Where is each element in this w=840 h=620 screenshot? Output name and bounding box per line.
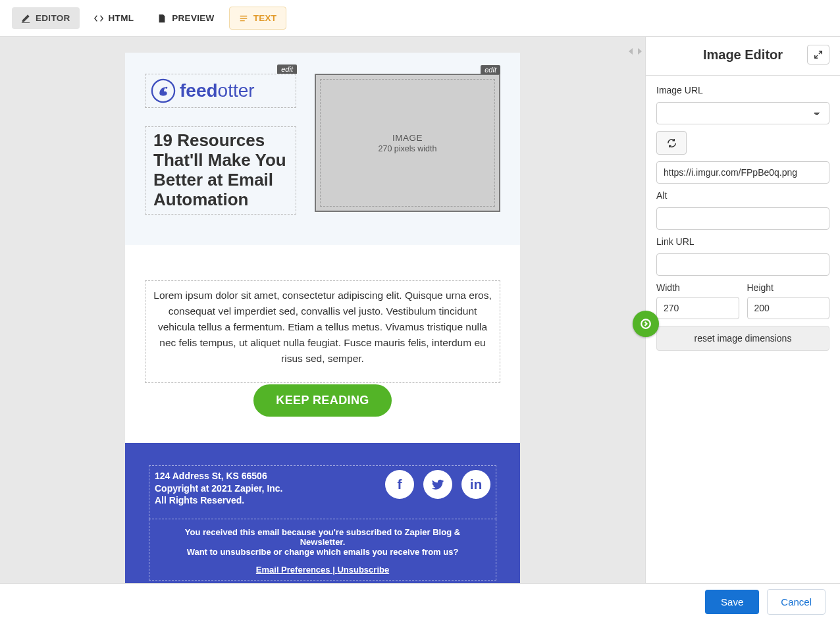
preview-tab[interactable]: PREVIEW [148, 7, 223, 29]
footer-line3: All Rights Reserved. [155, 494, 283, 507]
link-url-label: Link URL [656, 236, 829, 247]
width-label: Width [656, 282, 739, 293]
file-icon [157, 14, 167, 23]
image-placeholder-label: IMAGE [392, 133, 423, 143]
editor-tab-label: EDITOR [36, 13, 70, 23]
hero-section: edit feedotter 19 Resources That'll Make… [125, 53, 520, 245]
footer-line2: Copyright at 2021 Zapier, Inc. [155, 482, 283, 495]
edit-icon [21, 14, 30, 23]
image-url-label: Image URL [656, 85, 829, 95]
side-panel-header: Image Editor [646, 37, 840, 76]
svg-point-1 [165, 87, 167, 89]
email-template: edit feedotter 19 Resources That'll Make… [125, 53, 520, 583]
logo-text: feedotter [180, 80, 255, 101]
preview-tab-label: PREVIEW [172, 13, 214, 23]
text-tab-label: TEXT [253, 13, 277, 23]
link-url-input[interactable] [656, 253, 829, 276]
body-text-block[interactable]: Lorem ipsum dolor sit amet, consectetur … [145, 280, 500, 383]
top-toolbar: EDITOR HTML PREVIEW TEXT [0, 0, 840, 37]
social-icons: f in [385, 470, 490, 499]
headline-block[interactable]: 19 Resources That'll Make You Better at … [145, 126, 296, 215]
footer-message-block[interactable]: You received this email because you're s… [149, 519, 496, 581]
cta-button[interactable]: KEEP READING [253, 384, 392, 417]
text-tab[interactable]: TEXT [229, 7, 287, 30]
width-input[interactable] [656, 297, 739, 319]
resize-handle-icon[interactable] [627, 43, 643, 59]
logo-icon [151, 78, 176, 103]
editor-tab[interactable]: EDITOR [12, 7, 80, 29]
expand-icon [814, 50, 823, 59]
footer-msg1: You received this email because you're s… [163, 527, 483, 547]
image-placeholder-sub: 270 pixels width [379, 144, 437, 153]
body-section: Lorem ipsum dolor sit amet, consectetur … [125, 245, 520, 443]
unsubscribe-link[interactable]: Unsubscribe [337, 565, 389, 575]
alt-input[interactable] [656, 207, 829, 230]
expand-button[interactable] [807, 45, 829, 65]
reset-dimensions-button[interactable]: reset image dimensions [656, 326, 829, 351]
logo-block[interactable]: edit feedotter [145, 74, 296, 108]
headline-text: 19 Resources That'll Make You Better at … [149, 130, 292, 211]
facebook-icon[interactable]: f [385, 470, 414, 499]
refresh-button[interactable] [656, 131, 687, 155]
canvas-scroll[interactable]: edit feedotter 19 Resources That'll Make… [0, 37, 645, 583]
linkedin-icon[interactable]: in [461, 470, 490, 499]
footer-address: 124 Address St, KS 66506 Copyright at 20… [155, 470, 283, 507]
edit-tag: edit [481, 65, 500, 74]
code-icon [94, 14, 103, 23]
html-tab[interactable]: HTML [85, 7, 144, 29]
alt-label: Alt [656, 190, 829, 201]
image-placeholder[interactable]: edit IMAGE 270 pixels width [315, 74, 500, 212]
footer-link-sep: | [330, 565, 338, 575]
text-icon [239, 14, 248, 23]
height-input[interactable] [747, 297, 830, 319]
height-label: Height [747, 282, 830, 293]
edit-tag: edit [277, 65, 297, 74]
side-panel-title: Image Editor [679, 47, 807, 63]
refresh-icon [667, 138, 677, 148]
footer-top-row[interactable]: 124 Address St, KS 66506 Copyright at 20… [149, 465, 496, 520]
footer-section: 124 Address St, KS 66506 Copyright at 20… [125, 443, 520, 583]
image-url-input[interactable] [656, 161, 829, 184]
panel-toggle-button[interactable] [633, 311, 659, 337]
footer-msg2: Want to unsubscribe or change which emai… [163, 547, 483, 557]
image-url-select[interactable] [656, 102, 829, 124]
save-button[interactable]: Save [705, 590, 759, 614]
cancel-button[interactable]: Cancel [767, 589, 826, 615]
twitter-icon[interactable] [423, 470, 452, 499]
footer-links: Email Preferences | Unsubscribe [163, 565, 483, 575]
bottom-bar: Save Cancel [0, 583, 840, 620]
email-preferences-link[interactable]: Email Preferences [256, 565, 330, 575]
html-tab-label: HTML [109, 13, 134, 23]
footer-line1: 124 Address St, KS 66506 [155, 470, 283, 482]
side-panel: Image Editor Image URL Alt Link URL [645, 37, 840, 583]
